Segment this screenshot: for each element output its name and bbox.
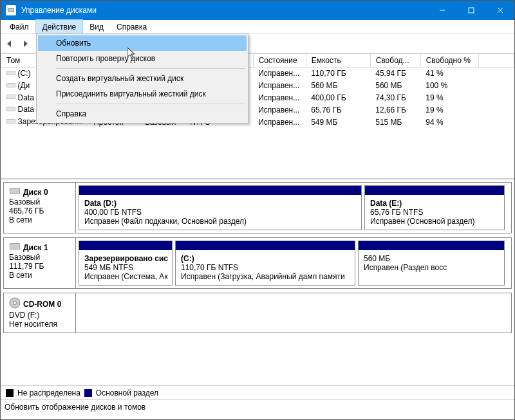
svg-rect-19 [10, 244, 19, 249]
menu-file[interactable]: Файл [3, 20, 35, 33]
disk-label[interactable]: Диск 0Базовый465,76 ГБВ сети [4, 183, 76, 233]
partition-header [176, 241, 355, 250]
forward-button[interactable] [20, 37, 33, 50]
col-spacer [478, 54, 514, 68]
partition[interactable]: (C:)110,70 ГБ NTFSИсправен (Загрузка, Ав… [175, 241, 355, 286]
svg-point-21 [14, 302, 17, 305]
legend: Не распределена Основной раздел [1, 385, 514, 399]
svg-rect-1 [8, 9, 14, 12]
status-text: Обновить отображение дисков и томов [5, 403, 145, 412]
close-button[interactable] [485, 1, 514, 20]
disk-row: Диск 0Базовый465,76 ГБВ сетиData (D:)400… [3, 182, 512, 233]
disk-icon [9, 187, 21, 197]
cdrom-icon [9, 297, 21, 311]
dropdown-rescan[interactable]: Повторить проверку дисков [38, 51, 247, 66]
svg-rect-15 [7, 120, 15, 123]
col-capacity[interactable]: Емкость [306, 54, 370, 68]
dropdown-attach-vhd[interactable]: Присоединить виртуальный жесткий диск [38, 86, 247, 102]
disk-icon [9, 242, 21, 253]
dropdown-separator [56, 68, 245, 69]
maximize-button[interactable] [456, 1, 485, 20]
legend-primary-swatch [84, 389, 92, 397]
volume-icon [6, 105, 15, 114]
dropdown-help[interactable]: Справка [38, 106, 247, 122]
menu-bar: Файл Действие Вид Справка [1, 20, 514, 34]
disk-partitions [76, 293, 511, 333]
volume-icon [6, 93, 15, 102]
volume-icon [6, 82, 15, 91]
window-title: Управление дисками [21, 6, 427, 15]
dropdown-separator [56, 104, 245, 104]
disk-row: CD-ROM 0DVD (F:)Нет носителя [3, 293, 512, 333]
svg-rect-11 [7, 95, 15, 98]
partition[interactable]: Зарезервировано сис549 МБ NTFSИсправен (… [79, 241, 173, 286]
col-free[interactable]: Свобод... [370, 54, 420, 68]
menu-action[interactable]: Действие [35, 19, 84, 34]
legend-unallocated-label: Не распределена [17, 388, 80, 397]
dropdown-refresh[interactable]: Обновить [38, 35, 247, 51]
menu-view[interactable]: Вид [83, 20, 110, 33]
partition[interactable]: Data (E:)65,76 ГБ NTFSИсправен (Основной… [364, 185, 505, 230]
disk-label[interactable]: Диск 1Базовый111,79 ГБВ сети [4, 238, 76, 288]
app-icon [6, 5, 16, 15]
disk-partitions: Зарезервировано сис549 МБ NTFSИсправен (… [76, 238, 511, 288]
svg-rect-3 [469, 8, 474, 13]
partition-header [79, 186, 361, 195]
partition[interactable]: Data (D:)400,00 ГБ NTFSИсправен (Файл по… [79, 185, 362, 230]
volume-icon [6, 118, 15, 127]
disk-label[interactable]: CD-ROM 0DVD (F:)Нет носителя [4, 293, 76, 333]
partition[interactable]: 560 МБИсправен (Раздел восс [358, 241, 505, 286]
minimize-button[interactable] [427, 1, 456, 20]
legend-primary-label: Основной раздел [96, 388, 158, 397]
disk-partitions: Data (D:)400,00 ГБ NTFSИсправен (Файл по… [76, 183, 511, 233]
action-dropdown: Обновить Повторить проверку дисков Созда… [36, 33, 248, 123]
volume-icon [6, 69, 15, 78]
partition-header [365, 186, 504, 195]
status-bar: Обновить отображение дисков и томов [1, 399, 514, 414]
partition-header [79, 241, 172, 250]
col-free-pct[interactable]: Свободно % [420, 54, 478, 68]
menu-help[interactable]: Справка [110, 20, 153, 33]
svg-rect-9 [7, 84, 15, 87]
svg-rect-7 [7, 71, 15, 75]
partition-header [359, 241, 504, 250]
svg-rect-13 [7, 107, 15, 111]
disk-map-pane: Диск 0Базовый465,76 ГБВ сетиData (D:)400… [1, 179, 514, 385]
col-status[interactable]: Состояние [253, 54, 306, 68]
title-bar: Управление дисками [1, 1, 514, 20]
disk-row: Диск 1Базовый111,79 ГБВ сетиЗарезервиров… [3, 237, 512, 289]
legend-unallocated-swatch [6, 389, 14, 397]
back-button[interactable] [5, 37, 17, 50]
svg-rect-17 [10, 188, 19, 194]
dropdown-create-vhd[interactable]: Создать виртуальный жесткий диск [38, 71, 247, 86]
